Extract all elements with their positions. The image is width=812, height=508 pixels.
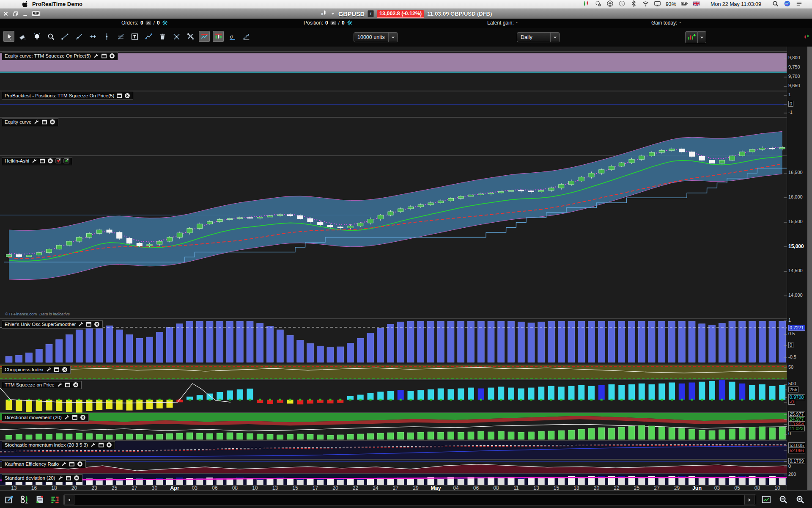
- panel-window-icon[interactable]: [39, 158, 45, 164]
- horizontal-scrollbar-track[interactable]: [63, 494, 756, 505]
- x-axis-label: 22: [353, 485, 358, 491]
- zoom-out-button[interactable]: [777, 494, 789, 505]
- y-axis-value: 0: [788, 464, 791, 469]
- panel-tab-p5[interactable]: Ehler's Univ Osc SuperSmoother: [2, 320, 103, 329]
- y-axis-value: -0: [788, 399, 795, 405]
- y-axis-value: 50: [788, 364, 793, 370]
- x-axis-label: 11: [513, 485, 518, 491]
- panel-window-icon[interactable]: [86, 321, 92, 327]
- order-book-button[interactable]: [49, 494, 61, 505]
- side-panel-toggle-icon[interactable]: [804, 33, 810, 41]
- panel-close-icon[interactable]: [62, 367, 68, 373]
- panel-title: Stochastic momentum index (20 3 5 3): [5, 442, 88, 447]
- panel-settings-icon[interactable]: [64, 414, 70, 420]
- panel-close-icon[interactable]: [106, 442, 112, 448]
- panel-window-icon[interactable]: [116, 93, 122, 99]
- y-axis-value: 9,750: [788, 64, 800, 69]
- trade-report-button[interactable]: [34, 494, 46, 505]
- zoom-in-button[interactable]: [794, 494, 806, 505]
- y-axis-value: 200: [788, 472, 796, 477]
- y-axis-value: 255: [788, 387, 798, 392]
- export-chart-button[interactable]: [3, 494, 15, 505]
- x-axis-label: Apr: [170, 485, 179, 491]
- scroll-right-button[interactable]: [744, 495, 754, 505]
- chart-workspace[interactable]: Equity curve: TTM Squeeze On Price(5)Pro…: [0, 47, 812, 490]
- panel-title: Ehler's Univ Osc SuperSmoother: [5, 322, 76, 327]
- panel-settings-icon[interactable]: [46, 367, 52, 373]
- y-axis-value: 9,800: [788, 55, 800, 60]
- panel-close-icon[interactable]: [49, 119, 55, 125]
- chart-canvas[interactable]: [0, 0, 787, 490]
- x-axis-label: 27: [132, 485, 137, 491]
- panel-window-icon[interactable]: [72, 414, 78, 420]
- fit-chart-button[interactable]: [760, 494, 772, 505]
- y-axis-value: 11.023: [788, 425, 805, 431]
- y-axis: 9,8009,7509,7009,65010-116,50016,00015,5…: [787, 47, 807, 490]
- panel-window-icon[interactable]: [65, 382, 71, 388]
- panel-close-icon[interactable]: [109, 53, 115, 59]
- panel-settings-icon[interactable]: [33, 119, 39, 125]
- panel-close-icon[interactable]: [77, 461, 83, 467]
- panel-tab-p2[interactable]: ProBacktest - Positions: TTM Squeeze On …: [2, 92, 133, 100]
- panel-tab-p6[interactable]: Choppiness Index: [2, 366, 71, 374]
- right-edge-scrollbar[interactable]: [807, 47, 812, 490]
- panel-window-icon[interactable]: [41, 119, 47, 125]
- panel-settings-icon[interactable]: [57, 382, 63, 388]
- x-axis-label: May: [431, 485, 441, 491]
- y-axis-value: 52.066: [788, 447, 805, 453]
- panel-tab-p10[interactable]: Kaufman Efficiency Ratio: [2, 460, 86, 468]
- panel-close-icon[interactable]: [80, 414, 86, 420]
- sell-order-icon[interactable]: [55, 158, 61, 164]
- x-axis-label: 05: [734, 485, 740, 491]
- panel-title: Equity curve: [5, 119, 31, 124]
- link-instrument-button[interactable]: [19, 494, 30, 505]
- panel-window-icon[interactable]: [98, 442, 104, 448]
- panel-tab-p3[interactable]: Equity curve: [2, 118, 58, 126]
- panel-tab-p8[interactable]: Directional movement (20): [2, 414, 89, 422]
- y-axis-value: 0: [788, 342, 793, 348]
- panel-close-icon[interactable]: [74, 475, 80, 481]
- y-axis-value: 14,500: [788, 268, 803, 273]
- x-axis-label: 13: [11, 485, 16, 491]
- x-axis-label: 08: [493, 485, 499, 491]
- panel-settings-icon[interactable]: [61, 461, 67, 467]
- panel-settings-icon[interactable]: [93, 53, 99, 59]
- x-axis-label: 20: [594, 485, 599, 491]
- panel-settings-icon[interactable]: [90, 442, 96, 448]
- panel-tab-p7[interactable]: TTM Squeeze on Price: [2, 381, 82, 389]
- x-axis-labels: 1316182023252730Apr030608101315172022242…: [0, 485, 787, 491]
- panel-window-icon[interactable]: [69, 461, 75, 467]
- bottom-toolbar: [0, 490, 812, 508]
- x-axis-label: 08: [754, 485, 760, 491]
- scroll-left-button[interactable]: [64, 495, 74, 505]
- panel-close-icon[interactable]: [47, 158, 53, 164]
- y-axis-value: 0: [788, 101, 793, 107]
- panel-window-icon[interactable]: [66, 475, 71, 481]
- x-axis-label: 29: [413, 485, 418, 491]
- data-provider-note: © IT-Finance.comData is indicative: [5, 312, 70, 316]
- panel-title: Kaufman Efficiency Ratio: [5, 461, 59, 467]
- panel-settings-icon[interactable]: [78, 321, 84, 327]
- y-axis-value: 15,000: [788, 243, 804, 249]
- x-axis-label: 29: [674, 485, 680, 491]
- panel-settings-icon[interactable]: [58, 475, 63, 481]
- y-axis-value: 0: [788, 431, 791, 436]
- panel-window-icon[interactable]: [101, 53, 107, 59]
- choppiness-panel: [0, 365, 787, 379]
- buy-order-icon[interactable]: [63, 158, 69, 164]
- x-axis-label: 13: [533, 485, 539, 491]
- panel-close-icon[interactable]: [94, 321, 100, 327]
- x-axis-label: 04: [453, 485, 458, 491]
- panel-window-icon[interactable]: [54, 367, 60, 373]
- panel-close-icon[interactable]: [73, 382, 79, 388]
- x-axis-label: 27: [393, 485, 398, 491]
- x-axis-label: 13: [272, 485, 278, 491]
- notification-center-icon[interactable]: [796, 0, 803, 8]
- panel-tab-p1[interactable]: Equity curve: TTM Squeeze On Price(5): [2, 52, 118, 60]
- panel-tab-p4[interactable]: Heikin-Ashi: [2, 157, 72, 165]
- panel-tab-p11[interactable]: Standard deviation (20): [2, 474, 82, 482]
- panel-close-icon[interactable]: [124, 93, 130, 99]
- panel-tab-p9[interactable]: Stochastic momentum index (20 3 5 3): [2, 441, 115, 449]
- panel-settings-icon[interactable]: [31, 158, 37, 164]
- y-axis-value: 0.1799: [788, 458, 805, 464]
